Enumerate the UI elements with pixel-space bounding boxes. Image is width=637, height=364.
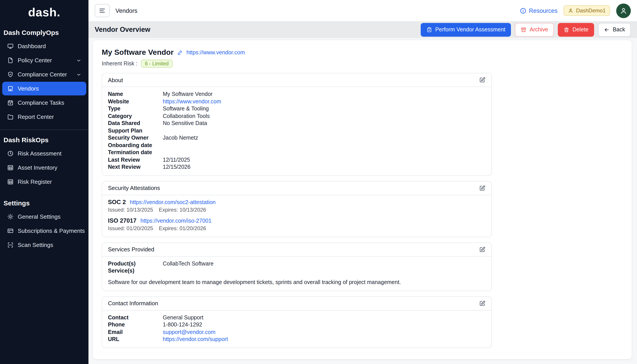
policy-icon xyxy=(7,57,14,64)
sidebar-section-complyops: Dash ComplyOps Dashboard Policy Center C… xyxy=(0,25,88,124)
field-row-security-owner: Security OwnerJacob Nemetz xyxy=(108,134,486,142)
field-row-website: Websitehttps://www.vendor.com xyxy=(108,98,486,105)
vendors-icon xyxy=(7,85,14,92)
chevron-down-icon xyxy=(76,58,81,63)
sidebar-item-vendors[interactable]: Vendors xyxy=(2,82,86,96)
sidebar-item-label: Asset Inventory xyxy=(18,164,57,171)
services-card: Services Provided Product(s)CollabTech S… xyxy=(102,242,492,291)
risk-register-icon xyxy=(7,178,14,185)
sidebar-item-label: Scan Settings xyxy=(18,242,53,248)
sidebar: dash. Dash ComplyOps Dashboard Policy Ce… xyxy=(0,0,88,364)
field-label: Last Review xyxy=(108,156,163,164)
edit-icon xyxy=(479,184,486,192)
field-row-type: TypeSoftware & Tooling xyxy=(108,105,486,112)
field-value: 12/15/2026 xyxy=(163,164,190,171)
sidebar-item-report-center[interactable]: Report Center xyxy=(2,110,86,124)
back-button[interactable]: Back xyxy=(598,23,631,36)
attestations-card: Security Attestations SOC 2 https://vend… xyxy=(102,181,492,237)
sidebar-item-label: Subscriptions & Payments xyxy=(18,228,85,234)
edit-about-button[interactable] xyxy=(479,76,486,84)
vendor-name: My Software Vendor xyxy=(102,48,174,57)
sidebar-item-compliance-center[interactable]: Compliance Center xyxy=(2,68,86,81)
attestation-name: ISO 27017 xyxy=(108,217,136,224)
support-url-link[interactable]: https://vendor.com/support xyxy=(163,336,228,343)
topbar-title: Vendors xyxy=(115,7,137,14)
about-card: About NameMy Software Vendor Websitehttp… xyxy=(102,73,492,176)
vendor-website-link[interactable]: https://www.vendor.com xyxy=(186,50,245,56)
attestations-card-header: Security Attestations xyxy=(102,181,492,195)
menu-icon xyxy=(99,7,106,14)
field-row-services: Service(s) xyxy=(108,267,486,274)
attestations-card-title: Security Attestations xyxy=(108,185,160,191)
sidebar-item-label: Report Center xyxy=(18,114,54,120)
sidebar-item-general-settings[interactable]: General Settings xyxy=(2,210,86,224)
field-label: Security Owner xyxy=(108,134,163,142)
services-description: Software for our development team to man… xyxy=(108,278,480,286)
delete-button-label: Delete xyxy=(572,27,588,32)
services-card-header: Services Provided xyxy=(102,243,492,256)
sidebar-item-scan-settings[interactable]: Scan Settings xyxy=(2,238,86,252)
sidebar-item-asset-inventory[interactable]: Asset Inventory xyxy=(2,161,86,174)
field-value: Collaboration Tools xyxy=(163,112,210,120)
page-header-actions: Perform Vendor Assessment Archive Delete… xyxy=(421,23,631,36)
edit-icon xyxy=(479,300,486,307)
sidebar-item-label: Policy Center xyxy=(18,57,52,64)
assess-button-label: Perform Vendor Assessment xyxy=(435,27,505,32)
attestation-link[interactable]: https://vendor.com/iso-27001 xyxy=(140,218,211,224)
edit-attestations-button[interactable] xyxy=(479,184,486,192)
tasks-icon xyxy=(7,100,14,106)
field-value: General Support xyxy=(163,314,203,321)
stage: dash. Dash ComplyOps Dashboard Policy Ce… xyxy=(0,0,637,364)
sidebar-heading-settings: Settings xyxy=(0,195,88,210)
user-badge-icon xyxy=(568,8,573,13)
sidebar-section-settings: Settings General Settings Subscriptions … xyxy=(0,195,88,252)
sidebar-item-dashboard[interactable]: Dashboard xyxy=(2,39,86,53)
sidebar-item-label: Risk Register xyxy=(18,178,52,185)
field-label: Website xyxy=(108,98,163,105)
field-row-last-review: Last Review12/11/2025 xyxy=(108,156,486,164)
edit-services-button[interactable] xyxy=(479,246,486,253)
field-value: Software & Tooling xyxy=(163,105,209,112)
sidebar-item-policy-center[interactable]: Policy Center xyxy=(2,54,86,67)
sidebar-section-riskops: Dash RiskOps Risk Assessment Asset Inven… xyxy=(0,130,88,189)
field-label: Contact xyxy=(108,314,163,321)
sidebar-toggle-button[interactable] xyxy=(95,4,110,17)
field-value: My Software Vendor xyxy=(163,90,213,98)
app: dash. Dash ComplyOps Dashboard Policy Ce… xyxy=(0,0,637,364)
field-value: 12/11/2025 xyxy=(163,156,190,164)
avatar[interactable] xyxy=(616,3,631,18)
field-label: Type xyxy=(108,105,163,112)
field-label: Product(s) xyxy=(108,260,163,267)
attestation-item-iso27017: ISO 27017 https://vendor.com/iso-27001 I… xyxy=(108,217,486,231)
sidebar-item-risk-register[interactable]: Risk Register xyxy=(2,175,86,189)
user-icon xyxy=(620,7,627,14)
field-row-email: Emailsupport@vendor.com xyxy=(108,328,486,336)
contact-card-header: Contact Information xyxy=(102,297,492,310)
sidebar-item-compliance-tasks[interactable]: Compliance Tasks xyxy=(2,96,86,110)
field-label: Service(s) xyxy=(108,267,163,274)
attestation-link[interactable]: https://vendor.com/soc2-attestation xyxy=(130,199,216,205)
archive-icon xyxy=(521,27,527,32)
page-header: Vendor Overview Perform Vendor Assessmen… xyxy=(88,21,637,38)
field-label: Support Plan xyxy=(108,127,163,134)
sidebar-item-subscriptions-payments[interactable]: Subscriptions & Payments xyxy=(2,224,86,238)
sidebar-item-label: Vendors xyxy=(18,85,39,92)
resources-link[interactable]: Resources xyxy=(520,7,558,14)
scan-icon xyxy=(7,242,14,248)
sidebar-item-risk-assessment[interactable]: Risk Assessment xyxy=(2,147,86,160)
topbar-right: Resources DashDemo1 xyxy=(520,3,631,18)
edit-contact-button[interactable] xyxy=(479,300,486,307)
website-link[interactable]: https://www.vendor.com xyxy=(163,98,221,105)
archive-button[interactable]: Archive xyxy=(515,23,554,36)
delete-button[interactable]: Delete xyxy=(558,23,594,36)
field-value: Jacob Nemetz xyxy=(163,134,198,142)
chevron-down-icon xyxy=(76,72,81,77)
link-icon xyxy=(177,50,183,56)
field-label: Onboarding date xyxy=(108,142,163,149)
field-row-termination-date: Termination date xyxy=(108,149,486,156)
email-link[interactable]: support@vendor.com xyxy=(163,328,216,336)
account-badge[interactable]: DashDemo1 xyxy=(564,5,610,16)
arrow-left-icon xyxy=(604,27,609,32)
perform-vendor-assessment-button[interactable]: Perform Vendor Assessment xyxy=(421,23,511,36)
sidebar-item-label: General Settings xyxy=(18,213,61,220)
